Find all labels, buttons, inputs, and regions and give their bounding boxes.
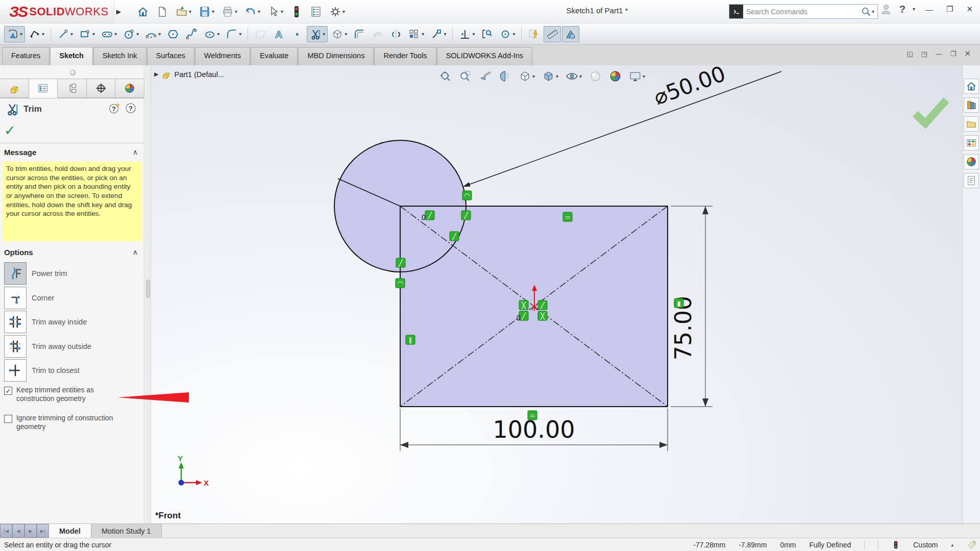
dropdown-caret-icon[interactable]: ▾ [136, 32, 139, 37]
undo-button[interactable]: ▾ [242, 4, 263, 20]
panel-splitter-grip[interactable] [146, 280, 150, 298]
sketch-relation-icon[interactable]: ╳ [519, 300, 528, 310]
dimxpertmanager-tab[interactable] [87, 79, 116, 98]
trim-away-outside-option[interactable]: Trim away outside [4, 335, 91, 358]
propertymanager-tab[interactable] [29, 79, 58, 98]
mirror-entities-button[interactable] [387, 26, 405, 42]
graphics-area[interactable]: ▶ Part1 (Defaul... ▾▾▾▾ ⌀50.00 75.00 [151, 65, 980, 523]
corner-trim-option[interactable]: Corner [4, 286, 54, 310]
select-button[interactable]: ▾ [265, 4, 286, 20]
options-list-button[interactable] [307, 4, 325, 20]
user-account-icon[interactable] [880, 3, 892, 15]
sketch-relation-icon[interactable]: ╱ [538, 300, 547, 310]
corner-rectangle-button[interactable]: ▾ [77, 26, 97, 42]
trim-away-outside-button[interactable] [4, 335, 27, 358]
sketch-relation-icon[interactable]: ╱ [425, 211, 434, 220]
dropdown-caret-icon[interactable]: ▾ [20, 32, 22, 37]
smart-dimension-button[interactable]: ▾ [26, 26, 47, 42]
menu-expand-icon[interactable]: ▶ [116, 8, 121, 15]
dropdown-caret-icon[interactable]: ▾ [92, 32, 95, 37]
repair-sketch-button[interactable] [478, 26, 496, 42]
spline-button[interactable] [183, 26, 200, 42]
dropdown-caret-icon[interactable]: ▾ [512, 32, 515, 37]
tag-icon[interactable] [967, 540, 977, 550]
last-tab-button[interactable] [37, 524, 49, 538]
rapid-sketch-button[interactable] [525, 26, 543, 42]
convert-entities-button[interactable]: ▾ [329, 26, 350, 42]
doc-close-button[interactable] [964, 49, 971, 58]
whats-new-help-icon[interactable]: ? [108, 102, 120, 114]
search-icon[interactable] [861, 6, 872, 18]
trim-to-closest-option[interactable]: Trim to closest [4, 359, 80, 382]
ignore-trimming-of-construction-row[interactable]: Ignore trimming of construction geometry [4, 414, 121, 431]
plane-button[interactable] [252, 26, 269, 42]
custom-properties-button[interactable] [964, 173, 979, 188]
search-commands-box[interactable]: ▾ [729, 4, 878, 19]
trim-to-closest-button[interactable] [4, 359, 27, 382]
surface-offset-button[interactable] [369, 26, 386, 42]
tab-evaluate[interactable]: Evaluate [251, 47, 298, 65]
pane-right-button[interactable] [921, 50, 927, 58]
tab-motion-study-1[interactable]: Motion Study 1 [91, 524, 162, 538]
sketch-fillet-button[interactable]: ▾ [223, 26, 244, 42]
keep-trimmed-as-construction-checkbox[interactable]: ✓ [4, 387, 12, 395]
move-entities-button[interactable]: ▾ [428, 26, 449, 42]
ignore-trimming-of-construction-checkbox[interactable] [4, 415, 12, 423]
sketch-relation-icon[interactable]: ◠ [396, 279, 405, 288]
active-sketch-tool-button[interactable]: ▾ [4, 26, 25, 42]
home-button[interactable] [134, 4, 152, 20]
confirmation-corner-check-icon[interactable] [915, 100, 946, 123]
file-explorer-button[interactable] [964, 116, 979, 132]
configurationmanager-tab[interactable] [58, 79, 87, 98]
open-button[interactable]: ▾ [173, 4, 194, 20]
options-section-header[interactable]: Options [4, 248, 33, 257]
dropdown-caret-icon[interactable]: ▾ [217, 32, 219, 37]
dropdown-caret-icon[interactable]: ▾ [158, 32, 161, 37]
sketch-relation-icon[interactable]: ╱ [461, 211, 471, 220]
minimize-button[interactable] [922, 4, 936, 15]
sketch-relation-icon[interactable]: = [563, 212, 572, 221]
design-library-button[interactable] [964, 97, 979, 113]
tab-features[interactable]: Features [2, 47, 50, 65]
dropdown-caret-icon[interactable]: ▾ [70, 32, 73, 37]
dropdown-caret-icon[interactable]: ▾ [114, 32, 117, 37]
view-palette-button[interactable] [964, 135, 979, 151]
ellipse-button[interactable]: ▾ [201, 26, 222, 42]
ok-checkmark-button[interactable]: ✓ [4, 122, 16, 138]
dropdown-caret-icon[interactable]: ▾ [422, 32, 424, 37]
sketch-relation-icon[interactable]: = [528, 411, 537, 420]
dropdown-caret-icon[interactable]: ▾ [345, 32, 347, 37]
dropdown-caret-icon[interactable]: ▾ [444, 32, 446, 37]
sketch-relation-icon[interactable]: ‖ [406, 335, 415, 344]
dropdown-caret-icon[interactable]: ▾ [323, 32, 325, 37]
rebuild-button[interactable] [288, 4, 305, 20]
point-button[interactable] [288, 26, 306, 42]
tab-weldments[interactable]: Weldments [195, 47, 250, 65]
unit-system[interactable]: Custom [913, 541, 938, 549]
dropdown-caret-icon[interactable]: ▾ [258, 9, 260, 14]
sketch-relation-icon[interactable]: ╱ [396, 258, 405, 267]
straight-slot-button[interactable]: ▾ [99, 26, 119, 42]
search-scope-icon[interactable] [729, 5, 743, 18]
panel-collapse-handle[interactable] [70, 70, 76, 76]
sketch-relation-icon[interactable]: ▮ [674, 298, 683, 308]
sketch-text-button[interactable]: A [270, 26, 287, 42]
tab-sketch-ink[interactable]: Sketch Ink [93, 47, 146, 65]
message-section-header[interactable]: Message [4, 148, 36, 157]
linear-pattern-button[interactable]: ▾ [406, 26, 427, 42]
display-relations-button[interactable]: ▾ [456, 26, 477, 42]
sketch-viewport[interactable]: ⌀50.00 75.00 100.00 ◠ ╱ ╱ [151, 65, 980, 523]
dropdown-caret-icon[interactable]: ▾ [239, 32, 241, 37]
rebuild-status-icon[interactable] [892, 540, 900, 550]
doc-restore-button[interactable] [950, 50, 957, 58]
dropdown-caret-icon[interactable]: ▾ [189, 9, 191, 14]
settings-button[interactable]: ▾ [327, 4, 348, 20]
corner-trim-button[interactable] [4, 287, 27, 309]
displaymanager-tab[interactable] [115, 79, 144, 98]
help-icon[interactable]: ? [125, 102, 137, 114]
unit-dropdown-icon[interactable]: ▴ [951, 542, 953, 547]
line-button[interactable]: ▾ [55, 26, 76, 42]
shaded-sketch-contours-button[interactable] [562, 26, 579, 42]
doc-minimize-button[interactable] [936, 50, 942, 58]
diameter-dimension[interactable]: ⌀50.00 [463, 65, 781, 187]
